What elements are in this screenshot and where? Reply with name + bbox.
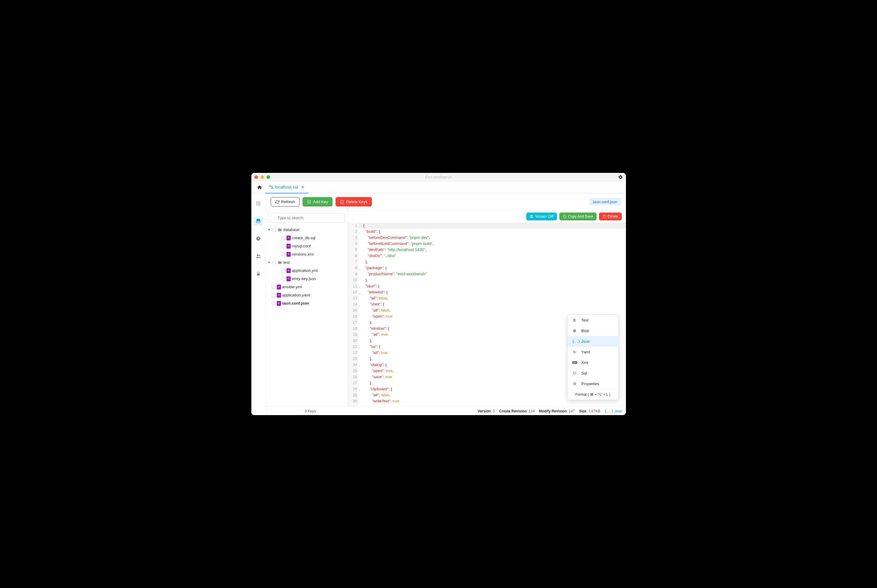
svg-rect-1 bbox=[271, 188, 273, 189]
format-option-text[interactable]: 🗎Text bbox=[568, 315, 618, 326]
tree-file[interactable]: mysql.conf bbox=[266, 242, 347, 250]
diff-icon bbox=[530, 214, 533, 218]
svg-rect-15 bbox=[257, 273, 259, 276]
svg-rect-20 bbox=[531, 215, 533, 218]
checkbox[interactable] bbox=[282, 269, 285, 273]
tree-file[interactable]: application.yaml bbox=[266, 291, 347, 299]
file-icon bbox=[286, 252, 291, 257]
svg-rect-4 bbox=[259, 202, 260, 202]
home-tab[interactable] bbox=[254, 185, 265, 190]
key-count: 8 Keys bbox=[270, 409, 351, 413]
svg-point-13 bbox=[257, 254, 259, 256]
checkbox[interactable] bbox=[272, 302, 276, 305]
checkbox[interactable] bbox=[272, 285, 276, 289]
current-key-chip: tauri.conf.json bbox=[589, 198, 621, 206]
delete-button[interactable]: Delete bbox=[599, 213, 622, 220]
line-gutter: 1234567891011121314151617181920212223242… bbox=[348, 222, 358, 406]
delete-keys-button[interactable]: Delete Keys bbox=[336, 197, 372, 207]
svg-point-14 bbox=[259, 255, 261, 256]
minimize-window[interactable] bbox=[261, 175, 264, 179]
tree-file[interactable]: emty-key.json bbox=[266, 274, 347, 283]
checkbox[interactable] bbox=[282, 277, 285, 280]
titlebar: Etcd Workbench bbox=[251, 173, 626, 182]
format-shortcut: Format ( ⌘ + ⌥ + L ) bbox=[568, 389, 618, 400]
svg-rect-3 bbox=[258, 202, 259, 202]
format-selector[interactable]: {..} Json bbox=[604, 409, 622, 413]
svg-rect-8 bbox=[256, 204, 258, 205]
checkbox[interactable] bbox=[282, 236, 285, 240]
checkbox[interactable] bbox=[282, 252, 285, 256]
window-title: Etcd Workbench bbox=[425, 175, 452, 179]
status-size: Size: 1.67KB bbox=[579, 409, 600, 413]
connection-tab-label: localhost ssl bbox=[275, 185, 298, 189]
connection-icon bbox=[269, 185, 273, 189]
tree-file[interactable]: ansible.yml bbox=[266, 283, 347, 291]
format-option-yaml[interactable]: ↻Yaml bbox=[568, 346, 618, 357]
home-icon bbox=[257, 185, 262, 190]
svg-rect-2 bbox=[256, 202, 258, 202]
svg-rect-19 bbox=[530, 215, 531, 218]
search-input[interactable] bbox=[268, 213, 345, 222]
file-icon bbox=[277, 293, 281, 298]
file-icon bbox=[277, 301, 281, 306]
dock-database[interactable] bbox=[254, 216, 263, 226]
checkbox[interactable] bbox=[272, 293, 276, 297]
tree-folder[interactable]: ▼database bbox=[266, 226, 347, 234]
toolbar: Refresh Add Key Delete Keys tauri.conf.j… bbox=[266, 194, 626, 210]
add-icon bbox=[307, 200, 311, 204]
delete-icon bbox=[340, 200, 344, 204]
copy-save-button[interactable]: Copy And Save bbox=[559, 213, 597, 220]
dock-users[interactable] bbox=[254, 252, 263, 261]
status-version: Version: 3 bbox=[478, 409, 495, 413]
refresh-button[interactable]: Refresh bbox=[271, 197, 300, 207]
file-icon bbox=[277, 285, 281, 290]
format-option-json[interactable]: {..}Json bbox=[568, 336, 618, 346]
trash-icon bbox=[602, 214, 606, 218]
refresh-icon bbox=[275, 200, 279, 204]
editor-actions: Version Diff Copy And Save Delete bbox=[348, 210, 626, 222]
status-modify-revision: Modify Revision: 147 bbox=[539, 409, 575, 413]
settings-icon[interactable] bbox=[618, 175, 623, 180]
checkbox[interactable] bbox=[273, 228, 276, 232]
key-tree-sidebar: ▼databasecreate_db.sqlmysql.confversions… bbox=[266, 210, 348, 406]
format-option-properties[interactable]: ⚙Properties bbox=[568, 378, 618, 389]
status-create-revision: Create Revision: 134 bbox=[499, 409, 535, 413]
dock-lock[interactable] bbox=[254, 269, 263, 278]
tree-file[interactable]: versions.xml bbox=[266, 250, 347, 258]
traffic-lights bbox=[254, 175, 270, 179]
connection-tab[interactable]: localhost ssl ✕ bbox=[265, 182, 308, 194]
svg-rect-0 bbox=[269, 185, 270, 186]
file-icon bbox=[286, 244, 291, 249]
close-window[interactable] bbox=[254, 175, 258, 179]
svg-rect-9 bbox=[258, 204, 259, 205]
checkbox[interactable] bbox=[273, 261, 276, 264]
tree-file[interactable]: tauri.conf.json bbox=[266, 299, 347, 308]
format-option-blob[interactable]: BBlob bbox=[568, 326, 618, 336]
svg-rect-10 bbox=[259, 204, 260, 205]
svg-rect-7 bbox=[259, 203, 260, 204]
tree-folder[interactable]: ▼test bbox=[266, 258, 347, 267]
format-option-xml[interactable]: xmlXml bbox=[568, 357, 618, 368]
app-window: Etcd Workbench localhost ssl ✕ Refr bbox=[251, 173, 626, 415]
maximize-window[interactable] bbox=[267, 175, 270, 179]
tree-file[interactable]: create_db.sql bbox=[266, 234, 347, 242]
tab-bar: localhost ssl ✕ bbox=[251, 182, 626, 194]
file-icon bbox=[286, 268, 291, 273]
dock-grid[interactable] bbox=[254, 199, 263, 208]
status-bar: 8 Keys Version: 3 Create Revision: 134 M… bbox=[266, 406, 626, 415]
svg-rect-6 bbox=[258, 203, 259, 204]
checkbox[interactable] bbox=[282, 244, 285, 248]
version-diff-button[interactable]: Version Diff bbox=[526, 213, 557, 220]
svg-rect-21 bbox=[564, 216, 566, 218]
tree-file[interactable]: application.yml bbox=[266, 267, 347, 274]
format-option-sql[interactable]: ⛁Sql bbox=[568, 368, 618, 378]
add-key-button[interactable]: Add Key bbox=[303, 197, 333, 207]
file-icon bbox=[286, 276, 291, 281]
format-popup: 🗎TextBBlob{..}Json↻YamlxmlXml⛁Sql⚙Proper… bbox=[567, 315, 619, 400]
close-tab-icon[interactable]: ✕ bbox=[301, 185, 305, 189]
svg-rect-5 bbox=[256, 203, 258, 204]
dock-clock[interactable] bbox=[254, 234, 263, 243]
copy-icon bbox=[563, 214, 566, 218]
key-tree[interactable]: ▼databasecreate_db.sqlmysql.confversions… bbox=[266, 225, 347, 406]
file-icon bbox=[286, 236, 291, 240]
